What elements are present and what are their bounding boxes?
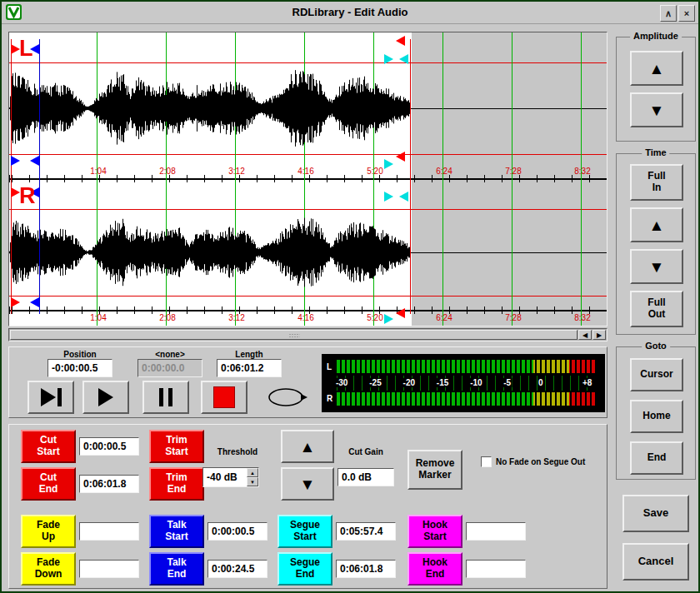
scroll-right-button[interactable]: ▶ (592, 330, 606, 340)
play-icon (98, 388, 113, 406)
meter-scale-label: +8 (582, 378, 592, 387)
play-from-start-button[interactable] (28, 381, 74, 414)
talk-end-b-marker[interactable] (30, 297, 39, 307)
scrollbar-thumb[interactable] (10, 330, 578, 340)
hook-end-button[interactable]: Hook End (408, 552, 462, 586)
pause-button[interactable] (142, 381, 189, 414)
hook-start-field[interactable] (466, 522, 526, 541)
waveform-scrollbar[interactable]: ◀ ▶ (8, 328, 608, 341)
no-fade-label: No Fade on Segue Out (496, 457, 604, 466)
full-out-button[interactable]: Full Out (630, 291, 683, 327)
cut-end-b-marker[interactable] (396, 308, 405, 318)
window-title: RDLibrary - Edit Audio (2, 6, 698, 18)
fade-down-field[interactable] (79, 560, 139, 578)
no-fade-checkbox[interactable] (481, 456, 492, 467)
titlebar[interactable]: RDLibrary - Edit Audio ∧ × (2, 2, 698, 24)
fade-up-button[interactable]: Fade Up (21, 515, 76, 548)
cut-end-l-marker[interactable] (396, 36, 405, 46)
cut-end-mid-marker[interactable] (396, 152, 405, 162)
scroll-left-button[interactable]: ◀ (578, 330, 592, 340)
segue-start-button[interactable]: Segue Start (278, 515, 332, 548)
time-group: Time Full In ▲ ▼ Full Out (616, 153, 696, 335)
segue-end-l-marker[interactable] (399, 54, 408, 64)
talk-end-mid-marker[interactable] (30, 156, 39, 166)
waveform-display[interactable]: 1:041:042:082:083:123:124:164:165:205:20… (8, 32, 608, 326)
transport-panel: Position -0:00:00.5 <none> 0:00:00.0 Len… (8, 346, 608, 418)
talk-start-button[interactable]: Talk Start (149, 515, 204, 548)
segue-end-r-marker[interactable] (399, 192, 408, 202)
gain-down-button[interactable]: ▼ (281, 467, 334, 501)
meter-scale-label: -15 (436, 378, 449, 387)
remove-marker-button[interactable]: Remove Marker (408, 450, 462, 490)
pause-bar1-icon (159, 388, 163, 406)
hook-end-field[interactable] (466, 560, 526, 578)
stop-button[interactable] (201, 381, 248, 414)
threshold-spin-up[interactable]: ▲ (247, 468, 258, 477)
close-window-button[interactable]: × (678, 5, 695, 22)
amplitude-up-button[interactable]: ▲ (630, 51, 683, 86)
threshold-spin-down[interactable]: ▼ (247, 477, 258, 486)
amplitude-group-label: Amplitude (630, 31, 682, 41)
threshold-label: Threshold (202, 447, 272, 456)
segue-start-l-marker[interactable] (384, 54, 393, 64)
save-button[interactable]: Save (622, 495, 689, 532)
goto-group: Goto Cursor Home End (616, 346, 696, 480)
hook-start-button[interactable]: Hook Start (408, 515, 462, 548)
segue-start-r-marker[interactable] (384, 192, 393, 202)
cut-start-button[interactable]: Cut Start (21, 430, 76, 463)
amplitude-down-icon: ▼ (649, 102, 665, 118)
goto-cursor-button[interactable]: Cursor (630, 358, 683, 391)
segue-end-button[interactable]: Segue End (278, 552, 332, 586)
shade-window-button[interactable]: ∧ (660, 5, 677, 22)
goto-home-button[interactable]: Home (630, 400, 683, 433)
position-field[interactable]: -0:00:00.5 (48, 359, 112, 377)
play-button[interactable] (82, 381, 129, 414)
cut-end-field[interactable]: 0:06:01.8 (79, 475, 139, 493)
talk-end-line[interactable] (39, 39, 40, 314)
threshold-spinner[interactable]: -40 dB ▲ ▼ (202, 467, 259, 487)
talk-start-field[interactable]: 0:00:00.5 (208, 522, 268, 541)
segue-start-field[interactable]: 0:05:57.4 (336, 522, 396, 541)
threshold-value[interactable]: -40 dB (207, 471, 238, 483)
goto-end-button[interactable]: End (630, 441, 683, 475)
trim-end-button[interactable]: Trim End (149, 467, 204, 501)
edit-audio-window: RDLibrary - Edit Audio ∧ × 1:041:042:082… (0, 0, 700, 593)
time-group-label: Time (642, 147, 669, 157)
meter-scale: -30-25-20-15-10-50+8 (337, 376, 595, 391)
fade-down-button[interactable]: Fade Down (21, 552, 76, 586)
meter-scale-label: -20 (402, 378, 416, 387)
cut-end-button[interactable]: Cut End (21, 467, 76, 501)
trim-start-button[interactable]: Trim Start (149, 430, 204, 463)
timeline-ticks-bottom (9, 306, 607, 314)
cancel-button[interactable]: Cancel (622, 543, 689, 581)
goto-group-label: Goto (642, 341, 670, 351)
meter-scale-label: -25 (368, 378, 382, 387)
segue-end-field[interactable]: 0:06:01.8 (336, 560, 396, 578)
zoom-in-button[interactable]: ▲ (630, 207, 683, 242)
marker-edit-panel: Cut Start 0:00:00.5 Trim Start Threshold… (8, 424, 608, 589)
talk-end-button[interactable]: Talk End (149, 552, 204, 586)
cut-start-line[interactable] (11, 39, 12, 314)
meter-scale-label: -5 (502, 378, 512, 387)
meter-scale-label: -30 (335, 378, 348, 387)
pause-bar2-icon (168, 388, 172, 406)
stop-icon (213, 386, 235, 408)
cut-end-line[interactable] (410, 39, 411, 314)
scrollbar-grip (288, 333, 299, 338)
segue-start-b-marker[interactable] (384, 314, 393, 324)
cut-gain-field[interactable]: 0.0 dB (338, 468, 394, 486)
cut-start-b-marker[interactable] (11, 297, 20, 307)
zoom-out-button[interactable]: ▼ (630, 249, 683, 284)
fade-up-field[interactable] (79, 522, 139, 541)
gain-up-button[interactable]: ▲ (281, 430, 334, 463)
talk-end-field[interactable]: 0:00:24.5 (208, 560, 268, 578)
segue-start-mid-marker[interactable] (384, 159, 393, 169)
cut-start-field[interactable]: 0:00:00.5 (79, 437, 139, 456)
full-in-button[interactable]: Full In (630, 164, 683, 201)
length-field: 0:06:01.2 (217, 359, 282, 377)
loop-button[interactable] (259, 381, 312, 414)
cut-gain-label: Cut Gain (338, 447, 394, 456)
gain-up-icon: ▲ (300, 439, 316, 455)
amplitude-down-button[interactable]: ▼ (630, 92, 683, 127)
talk-start-mid-marker[interactable] (11, 156, 20, 166)
